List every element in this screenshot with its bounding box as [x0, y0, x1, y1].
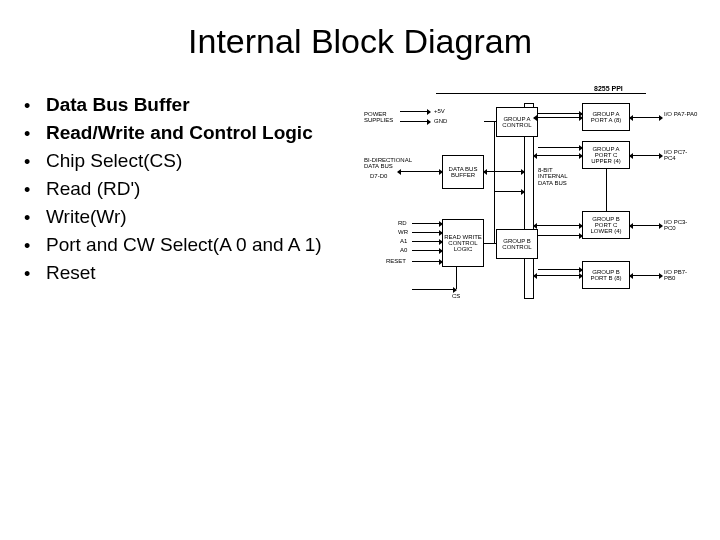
- io-pcu: I/O PC7-PC4: [664, 149, 698, 162]
- bullet-text: Data Bus Buffer: [46, 94, 190, 115]
- bullet-text: Chip Select(CS): [46, 150, 182, 171]
- pin-a0: A0: [400, 247, 407, 253]
- pin-reset: RESET: [386, 258, 406, 264]
- pin-gnd: GND: [434, 118, 447, 124]
- group-b-control-block: GROUP B CONTROL: [496, 229, 538, 259]
- pin-5v: +5V: [434, 108, 445, 114]
- bullet-text: Port and CW Select(A 0 and A 1): [46, 234, 322, 255]
- ext-bus-label: BI-DIRECTIONAL DATA BUS: [364, 157, 412, 170]
- bullet-item: Port and CW Select(A 0 and A 1): [24, 231, 364, 259]
- block-diagram: 8255 PPI POWER SUPPLIES +5V GND BI-DIREC…: [364, 91, 704, 321]
- io-pa: I/O PA7-PA0: [664, 111, 698, 117]
- bullet-item: Read/Write and Control Logic: [24, 119, 364, 147]
- pin-wr: WR: [398, 229, 408, 235]
- port-a-block: GROUP A PORT A (8): [582, 103, 630, 131]
- internal-bus-label: 8-BIT INTERNAL DATA BUS: [538, 167, 572, 186]
- chip-label: 8255 PPI: [594, 85, 623, 92]
- io-pb: I/O PB7-PB0: [664, 269, 698, 282]
- content-row: Data Bus BufferRead/Write and Control Lo…: [0, 91, 720, 321]
- bullet-item: Read (RD'): [24, 175, 364, 203]
- port-c-upper-block: GROUP A PORT C UPPER (4): [582, 141, 630, 169]
- bullet-item: Chip Select(CS): [24, 147, 364, 175]
- io-pcl: I/O PC3-PC0: [664, 219, 698, 232]
- data-bus-buffer-block: DATA BUS BUFFER: [442, 155, 484, 189]
- page-title: Internal Block Diagram: [0, 0, 720, 91]
- power-label: POWER SUPPLIES: [364, 111, 398, 124]
- port-c-lower-block: GROUP B PORT C LOWER (4): [582, 211, 630, 239]
- bullet-text: Read/Write and Control Logic: [46, 122, 313, 143]
- port-b-block: GROUP B PORT B (8): [582, 261, 630, 289]
- bullet-text: Read (RD'): [46, 178, 140, 199]
- bullet-item: Write(Wr): [24, 203, 364, 231]
- pin-a1: A1: [400, 238, 407, 244]
- bullet-text: Write(Wr): [46, 206, 127, 227]
- group-a-control-block: GROUP A CONTROL: [496, 107, 538, 137]
- pin-rd: RD: [398, 220, 407, 226]
- pin-cs: CS: [452, 293, 460, 299]
- bullet-item: Data Bus Buffer: [24, 91, 364, 119]
- ext-bus-pins: D7-D0: [370, 173, 387, 179]
- bullet-item: Reset: [24, 259, 364, 287]
- rw-logic-block: READ WRITE CONTROL LOGIC: [442, 219, 484, 267]
- bullet-list: Data Bus BufferRead/Write and Control Lo…: [24, 91, 364, 321]
- bullet-text: Reset: [46, 262, 96, 283]
